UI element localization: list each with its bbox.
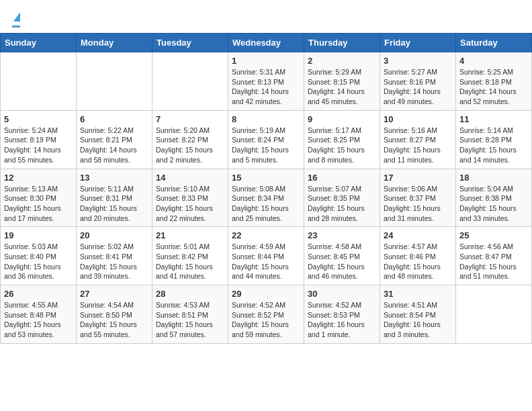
cell-info: Sunrise: 5:24 AMSunset: 8:19 PMDaylight:… <box>4 126 73 165</box>
cell-info: Sunrise: 5:01 AMSunset: 8:42 PMDaylight:… <box>156 242 224 281</box>
day-number: 29 <box>232 289 300 299</box>
calendar-cell: 28Sunrise: 4:53 AMSunset: 8:51 PMDayligh… <box>152 285 228 344</box>
day-number: 18 <box>459 173 528 183</box>
calendar-table: SundayMondayTuesdayWednesdayThursdayFrid… <box>0 33 532 344</box>
cell-info: Sunrise: 4:53 AMSunset: 8:51 PMDaylight:… <box>156 300 224 340</box>
cell-info: Sunrise: 5:16 AMSunset: 8:27 PMDaylight:… <box>384 126 452 165</box>
cell-info: Sunrise: 5:29 AMSunset: 8:15 PMDaylight:… <box>308 67 376 107</box>
cell-info: Sunrise: 4:52 AMSunset: 8:53 PMDaylight:… <box>308 300 376 340</box>
cell-info: Sunrise: 5:14 AMSunset: 8:28 PMDaylight:… <box>459 126 528 165</box>
calendar-cell: 27Sunrise: 4:54 AMSunset: 8:50 PMDayligh… <box>77 285 152 344</box>
header-day-wednesday: Wednesday <box>228 34 304 52</box>
header-day-tuesday: Tuesday <box>152 34 228 52</box>
day-number: 7 <box>156 114 224 124</box>
day-number: 21 <box>156 230 224 240</box>
calendar-cell: 31Sunrise: 4:51 AMSunset: 8:54 PMDayligh… <box>380 285 456 344</box>
day-number: 16 <box>308 173 376 183</box>
cell-info: Sunrise: 5:11 AMSunset: 8:31 PMDaylight:… <box>80 184 148 224</box>
cell-info: Sunrise: 4:56 AMSunset: 8:47 PMDaylight:… <box>459 242 528 281</box>
calendar-cell: 23Sunrise: 4:58 AMSunset: 8:45 PMDayligh… <box>304 227 380 285</box>
day-number: 5 <box>4 114 73 124</box>
header-day-saturday: Saturday <box>456 34 532 52</box>
calendar-cell: 2Sunrise: 5:29 AMSunset: 8:15 PMDaylight… <box>304 52 380 111</box>
day-number: 1 <box>232 56 300 66</box>
calendar-cell: 29Sunrise: 4:52 AMSunset: 8:52 PMDayligh… <box>228 285 304 344</box>
week-row-5: 26Sunrise: 4:55 AMSunset: 8:48 PMDayligh… <box>1 285 532 344</box>
day-number: 27 <box>80 289 148 299</box>
calendar-cell: 20Sunrise: 5:02 AMSunset: 8:41 PMDayligh… <box>77 227 152 285</box>
calendar-cell: 14Sunrise: 5:10 AMSunset: 8:33 PMDayligh… <box>152 169 228 227</box>
week-row-1: 1Sunrise: 5:31 AMSunset: 8:13 PMDaylight… <box>1 52 532 111</box>
day-number: 3 <box>384 56 452 66</box>
day-number: 6 <box>80 114 148 124</box>
cell-info: Sunrise: 4:58 AMSunset: 8:45 PMDaylight:… <box>308 242 376 281</box>
cell-info: Sunrise: 5:31 AMSunset: 8:13 PMDaylight:… <box>232 67 300 107</box>
week-row-4: 19Sunrise: 5:03 AMSunset: 8:40 PMDayligh… <box>1 227 532 285</box>
cell-info: Sunrise: 5:27 AMSunset: 8:16 PMDaylight:… <box>384 67 452 107</box>
calendar-cell: 24Sunrise: 4:57 AMSunset: 8:46 PMDayligh… <box>380 227 456 285</box>
calendar-cell: 19Sunrise: 5:03 AMSunset: 8:40 PMDayligh… <box>1 227 77 285</box>
day-number: 11 <box>459 114 528 124</box>
cell-info: Sunrise: 5:17 AMSunset: 8:25 PMDaylight:… <box>308 126 376 165</box>
calendar-cell: 30Sunrise: 4:52 AMSunset: 8:53 PMDayligh… <box>304 285 380 344</box>
cell-info: Sunrise: 4:54 AMSunset: 8:50 PMDaylight:… <box>80 300 148 340</box>
calendar-cell: 6Sunrise: 5:22 AMSunset: 8:21 PMDaylight… <box>77 110 152 169</box>
cell-info: Sunrise: 5:22 AMSunset: 8:21 PMDaylight:… <box>80 126 148 165</box>
logo-text <box>12 9 20 24</box>
day-number: 13 <box>80 173 148 183</box>
page-header <box>0 0 532 33</box>
calendar-cell: 7Sunrise: 5:20 AMSunset: 8:22 PMDaylight… <box>152 110 228 169</box>
calendar-cell <box>152 52 228 111</box>
calendar-cell <box>77 52 152 111</box>
day-number: 31 <box>384 289 452 299</box>
header-day-friday: Friday <box>380 34 456 52</box>
day-number: 28 <box>156 289 224 299</box>
cell-info: Sunrise: 5:07 AMSunset: 8:35 PMDaylight:… <box>308 184 376 224</box>
day-number: 9 <box>308 114 376 124</box>
week-row-2: 5Sunrise: 5:24 AMSunset: 8:19 PMDaylight… <box>1 110 532 169</box>
calendar-cell: 25Sunrise: 4:56 AMSunset: 8:47 PMDayligh… <box>456 227 532 285</box>
calendar-cell: 4Sunrise: 5:25 AMSunset: 8:18 PMDaylight… <box>456 52 532 111</box>
cell-info: Sunrise: 4:51 AMSunset: 8:54 PMDaylight:… <box>384 300 452 340</box>
cell-info: Sunrise: 4:52 AMSunset: 8:52 PMDaylight:… <box>232 300 300 340</box>
calendar-cell: 21Sunrise: 5:01 AMSunset: 8:42 PMDayligh… <box>152 227 228 285</box>
cell-info: Sunrise: 4:59 AMSunset: 8:44 PMDaylight:… <box>232 242 300 281</box>
header-day-sunday: Sunday <box>1 34 77 52</box>
calendar-cell: 5Sunrise: 5:24 AMSunset: 8:19 PMDaylight… <box>1 110 77 169</box>
calendar-body: 1Sunrise: 5:31 AMSunset: 8:13 PMDaylight… <box>1 52 532 344</box>
calendar-cell: 26Sunrise: 4:55 AMSunset: 8:48 PMDayligh… <box>1 285 77 344</box>
day-number: 4 <box>459 56 528 66</box>
week-row-3: 12Sunrise: 5:13 AMSunset: 8:30 PMDayligh… <box>1 169 532 227</box>
cell-info: Sunrise: 5:06 AMSunset: 8:37 PMDaylight:… <box>384 184 452 224</box>
day-number: 22 <box>232 230 300 240</box>
calendar-cell: 13Sunrise: 5:11 AMSunset: 8:31 PMDayligh… <box>77 169 152 227</box>
calendar-cell: 10Sunrise: 5:16 AMSunset: 8:27 PMDayligh… <box>380 110 456 169</box>
day-number: 14 <box>156 173 224 183</box>
calendar-cell <box>1 52 77 111</box>
cell-info: Sunrise: 5:20 AMSunset: 8:22 PMDaylight:… <box>156 126 224 165</box>
header-day-monday: Monday <box>77 34 152 52</box>
day-number: 8 <box>232 114 300 124</box>
day-number: 2 <box>308 56 376 66</box>
cell-info: Sunrise: 5:10 AMSunset: 8:33 PMDaylight:… <box>156 184 224 224</box>
calendar-header-row: SundayMondayTuesdayWednesdayThursdayFrid… <box>1 34 532 52</box>
day-number: 30 <box>308 289 376 299</box>
cell-info: Sunrise: 5:08 AMSunset: 8:34 PMDaylight:… <box>232 184 300 224</box>
calendar-cell: 12Sunrise: 5:13 AMSunset: 8:30 PMDayligh… <box>1 169 77 227</box>
day-number: 15 <box>232 173 300 183</box>
day-number: 12 <box>4 173 73 183</box>
calendar-cell: 1Sunrise: 5:31 AMSunset: 8:13 PMDaylight… <box>228 52 304 111</box>
calendar-cell: 8Sunrise: 5:19 AMSunset: 8:24 PMDaylight… <box>228 110 304 169</box>
logo <box>12 9 20 28</box>
calendar-cell: 18Sunrise: 5:04 AMSunset: 8:38 PMDayligh… <box>456 169 532 227</box>
cell-info: Sunrise: 5:03 AMSunset: 8:40 PMDaylight:… <box>4 242 73 281</box>
cell-info: Sunrise: 5:02 AMSunset: 8:41 PMDaylight:… <box>80 242 148 281</box>
calendar-cell <box>456 285 532 344</box>
calendar-cell: 3Sunrise: 5:27 AMSunset: 8:16 PMDaylight… <box>380 52 456 111</box>
day-number: 10 <box>384 114 452 124</box>
cell-info: Sunrise: 5:25 AMSunset: 8:18 PMDaylight:… <box>459 67 528 107</box>
calendar-cell: 16Sunrise: 5:07 AMSunset: 8:35 PMDayligh… <box>304 169 380 227</box>
cell-info: Sunrise: 4:55 AMSunset: 8:48 PMDaylight:… <box>4 300 73 340</box>
cell-info: Sunrise: 5:19 AMSunset: 8:24 PMDaylight:… <box>232 126 300 165</box>
cell-info: Sunrise: 4:57 AMSunset: 8:46 PMDaylight:… <box>384 242 452 281</box>
